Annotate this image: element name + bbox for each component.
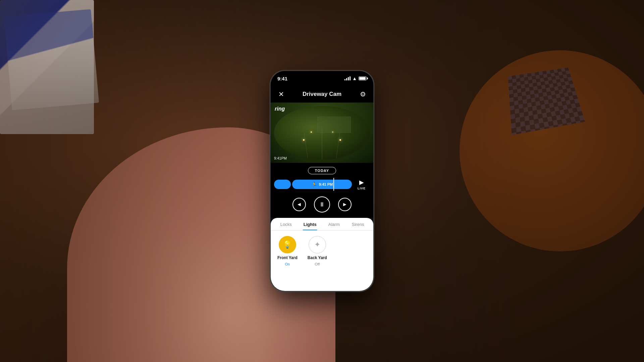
settings-button[interactable]: ⚙ [358,89,368,99]
front-yard-status: On [285,262,290,266]
motion-icon: 🏃 [311,182,317,187]
path-left [304,133,308,160]
timeline-segment-active: 🏃 9:41 PM [292,180,352,189]
device-front-yard[interactable]: 💡 Front Yard On [277,236,298,266]
status-icons: ▲ [344,76,367,81]
back-yard-light-icon: ✦ [314,240,320,249]
live-play-icon: ▶ [359,179,364,186]
status-time: 9:41 [277,76,287,81]
timeline-area: TODAY 🏃 9:41 PM ▶ LIVE [271,163,373,193]
phone: 9:41 ▲ ✕ Driveway Cam ⚙ [270,70,374,292]
pause-icon: ⏸ [319,201,325,208]
timeline-cursor [333,178,334,191]
rewind-icon: ◄ [297,201,302,207]
light-left [303,139,305,141]
camera-timestamp: 9:41PM [274,156,287,160]
playback-controls: ◄ ⏸ ► [271,193,373,218]
tab-lights[interactable]: Lights [298,218,322,230]
pause-button[interactable]: ⏸ [314,196,330,213]
today-btn-wrapper: TODAY [274,167,370,174]
wifi-icon: ▲ [352,76,357,81]
rewind-button[interactable]: ◄ [292,198,306,211]
phone-notch [302,71,342,80]
front-yard-icon-circle: 💡 [279,236,296,253]
path-right [336,133,340,160]
back-yard-name: Back Yard [308,255,327,260]
timeline-bar[interactable]: 🏃 9:41 PM ▶ LIVE [274,178,370,191]
live-button[interactable]: ▶ LIVE [353,179,370,190]
today-button[interactable]: TODAY [308,167,336,174]
tabs-bar: Locks Lights Alarm Sirens [271,218,373,231]
app-bar: ✕ Driveway Cam ⚙ [271,86,373,103]
light-mid-left [311,131,312,133]
back-yard-icon-circle: ✦ [309,236,326,253]
tab-sirens[interactable]: Sirens [346,218,370,230]
timeline-segment-past [274,180,291,189]
camera-feed[interactable]: ring 9:41PM [271,103,373,163]
bottom-panel: Locks Lights Alarm Sirens 💡 Fr [271,218,373,291]
tab-alarm[interactable]: Alarm [322,218,346,230]
tab-locks[interactable]: Locks [274,218,298,230]
front-yard-name: Front Yard [277,255,298,260]
forward-button[interactable]: ► [338,198,352,211]
forward-icon: ► [342,201,347,207]
live-label: LIVE [358,187,366,190]
camera-fisheye [274,106,370,160]
app-title: Driveway Cam [303,91,341,98]
device-back-yard[interactable]: ✦ Back Yard Off [308,236,327,266]
lights-tab-content: 💡 Front Yard On ✦ Back Yard Off [271,231,373,272]
battery-fill [359,77,366,80]
signal-icon [344,76,351,80]
front-yard-light-icon: 💡 [283,240,292,249]
ring-logo: ring [275,106,285,112]
building-outline [317,117,351,133]
light-right [339,139,341,141]
close-button[interactable]: ✕ [276,89,286,99]
phone-wrapper: 9:41 ▲ ✕ Driveway Cam ⚙ [270,70,374,292]
timeline-time: 9:41 PM [319,182,333,186]
back-yard-status: Off [315,262,319,266]
battery-icon [359,76,367,80]
